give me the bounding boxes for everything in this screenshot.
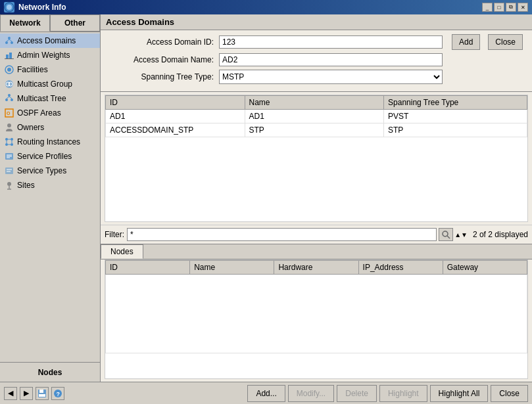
access-domain-name-row: Access Domain Name: [107,53,525,66]
row-1-name: STP [245,123,384,137]
access-domains-table: ID Name Spanning Tree Type AD1 AD1 PVST … [105,95,527,137]
help-button[interactable]: ? [51,387,64,400]
sidebar: Network Other [0,14,101,382]
window-controls: _ □ ⧉ ✕ [482,3,528,12]
sidebar-tabs: Network Other [0,14,100,32]
form-top-buttons: Add Close [448,34,523,50]
svg-point-39 [443,231,448,236]
svg-text:?: ? [57,391,60,397]
svg-rect-9 [5,58,14,59]
bottom-toolbar: ◀ ▶ ? Add... Modify... Delete Highlight … [0,382,532,404]
tab-bar: Nodes [101,244,532,259]
row-1-spanning-tree-type: STP [384,123,527,137]
action-highlight-all-button[interactable]: Highlight All [430,385,489,402]
filter-label: Filter: [105,230,124,239]
sidebar-item-facilities[interactable]: Facilities [0,62,100,77]
save-button[interactable] [36,387,49,400]
svg-point-15 [8,94,11,97]
spanning-tree-type-select[interactable]: MSTP STP PVST RSTP [219,70,443,84]
sites-icon [4,180,14,191]
svg-point-12 [5,80,13,88]
svg-rect-7 [6,55,9,58]
nodes-col-hardware: Hardware [274,261,358,275]
minimize-button[interactable]: _ [482,3,493,12]
sidebar-tab-other[interactable]: Other [50,14,100,32]
add-button[interactable]: Add [452,34,480,50]
filter-search-button[interactable] [439,228,453,241]
sidebar-item-owners[interactable]: Owners [0,120,100,135]
sidebar-item-admin-weights[interactable]: Admin Weights [0,48,100,62]
action-highlight-button[interactable]: Highlight [379,385,427,402]
sidebar-tab-network[interactable]: Network [0,14,50,32]
access-domain-name-label: Access Domain Name: [107,55,219,64]
close-panel-button[interactable]: Close [488,34,523,50]
svg-line-40 [447,236,450,238]
spanning-tree-type-row: Spanning Tree Type: MSTP STP PVST RSTP [107,70,525,84]
restore-button[interactable]: ⧉ [506,3,516,12]
svg-rect-43 [39,394,45,397]
svg-line-5 [7,39,9,41]
forward-button[interactable]: ▶ [20,387,33,400]
sidebar-items: Access Domains Admin Weights [0,32,100,362]
filter-up-arrow[interactable]: ▲ [454,231,461,238]
sidebar-item-routing-instances[interactable]: Routing Instances [0,135,100,149]
filter-down-arrow[interactable]: ▼ [461,231,468,238]
nodes-empty-row [106,275,527,353]
svg-point-2 [8,37,11,39]
svg-point-23 [5,138,8,141]
bottom-right-buttons: Add... Modify... Delete Highlight Highli… [247,385,528,402]
row-0-id: AD1 [106,110,245,123]
form-area: Access Domain ID: Add Close Access Domai… [101,30,532,92]
access-domain-id-input[interactable] [219,35,443,49]
sidebar-item-multicast-tree[interactable]: Multicast Tree [0,91,100,106]
svg-text:O: O [7,111,11,116]
svg-point-24 [11,138,13,141]
access-domain-id-row: Access Domain ID: Add Close [107,34,525,50]
tabs-panel: Nodes ID Name Hardware IP_Address [101,244,532,382]
window-icon [4,2,14,12]
svg-point-17 [11,99,13,101]
row-0-name: AD1 [245,110,384,123]
window-close-button[interactable]: ✕ [518,3,528,12]
nodes-col-name: Name [190,261,274,275]
table-row[interactable]: AD1 AD1 PVST [106,110,527,123]
admin-weights-icon [4,50,14,60]
window-title: Network Info [18,3,66,12]
sidebar-item-ospf-areas[interactable]: O OSPF Areas [0,106,100,120]
nodes-col-id: ID [106,261,190,275]
tab-nodes[interactable]: Nodes [101,244,143,259]
svg-line-18 [7,97,9,99]
spanning-tree-type-label: Spanning Tree Type: [107,72,219,81]
svg-rect-35 [5,168,13,174]
table-row[interactable]: ACCESSDOMAIN_STP STP STP [106,123,527,137]
filter-input[interactable] [127,228,437,241]
action-delete-button[interactable]: Delete [337,385,377,402]
svg-point-16 [5,99,8,101]
sidebar-item-service-profiles[interactable]: Service Profiles [0,149,100,164]
multicast-tree-icon [4,93,14,104]
content-area: Network Other [0,14,532,382]
multicast-group-icon [4,79,14,89]
svg-point-11 [7,68,11,72]
svg-point-26 [11,143,13,146]
sidebar-item-access-domains[interactable]: Access Domains [0,34,100,48]
action-modify-button[interactable]: Modify... [288,385,334,402]
ospf-areas-icon: O [4,108,14,118]
svg-point-38 [7,182,11,186]
service-types-icon [4,166,14,176]
back-button[interactable]: ◀ [4,387,17,400]
panel-title: Access Domains [101,14,532,30]
sidebar-item-service-types[interactable]: Service Types [0,164,100,178]
action-close-button[interactable]: Close [491,385,528,402]
sidebar-item-multicast-group[interactable]: Multicast Group [0,77,100,91]
title-bar: Network Info _ □ ⧉ ✕ [0,0,532,14]
sidebar-item-sites[interactable]: Sites [0,178,100,192]
access-domain-name-input[interactable] [219,53,443,66]
row-1-id: ACCESSDOMAIN_STP [106,123,245,137]
right-panel: Access Domains Access Domain ID: Add Clo… [101,14,532,382]
routing-instances-icon [4,137,14,147]
maximize-button[interactable]: □ [494,3,504,12]
main-container: Network Other [0,14,532,404]
col-name: Name [245,96,384,110]
action-add-button[interactable]: Add... [247,385,285,402]
